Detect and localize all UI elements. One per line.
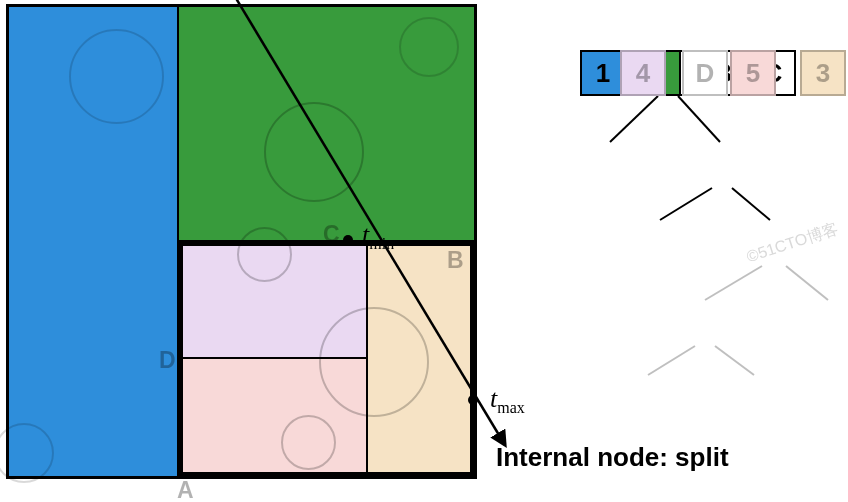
scene-object — [399, 17, 459, 77]
scene-object — [264, 102, 364, 202]
svg-line-4 — [678, 96, 720, 142]
cell-label-A: A — [177, 477, 194, 502]
tree-leaf-3: 3 — [800, 50, 846, 96]
svg-line-10 — [715, 346, 754, 375]
svg-line-7 — [705, 266, 762, 300]
cell-label-D: D — [159, 347, 176, 374]
tmax-label: tmax — [490, 384, 525, 417]
tree-leaf-5: 5 — [730, 50, 776, 96]
tree-node-D: D — [682, 50, 728, 96]
tmin-label: tmin — [362, 220, 394, 253]
scene-object — [237, 227, 292, 282]
tree-edges — [540, 50, 840, 410]
spatial-partition-scene: A B C D — [6, 4, 477, 479]
scene-object — [281, 415, 336, 470]
svg-line-5 — [660, 188, 712, 220]
cell-label-C: C — [323, 221, 340, 248]
svg-line-8 — [786, 266, 828, 300]
scene-object — [319, 307, 429, 417]
svg-line-9 — [648, 346, 695, 375]
figure-caption: Internal node: split — [496, 442, 729, 473]
tree-leaf-4: 4 — [620, 50, 666, 96]
scene-object — [69, 29, 164, 124]
svg-line-3 — [610, 96, 658, 142]
tree-diagram: A 1 B 2 C D 3 4 5 — [540, 50, 840, 410]
cell-label-B: B — [447, 247, 464, 274]
svg-line-6 — [732, 188, 770, 220]
